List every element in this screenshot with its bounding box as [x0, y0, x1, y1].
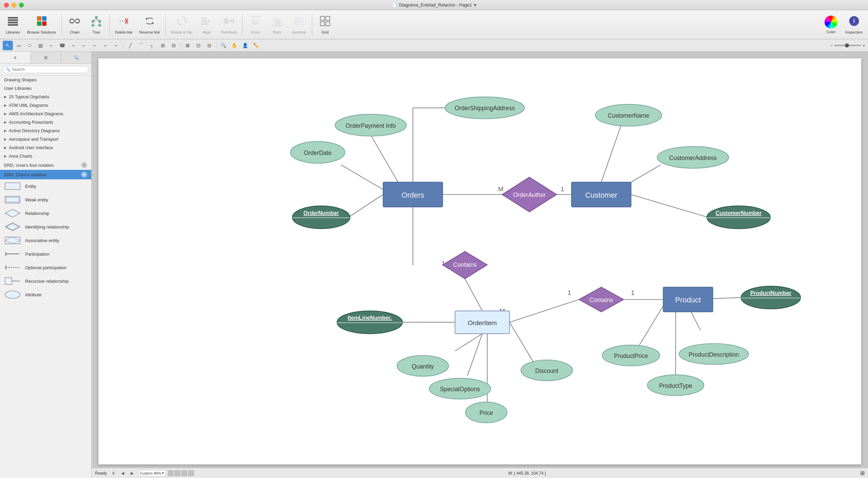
zoom-out-button[interactable]: −	[830, 43, 833, 48]
sidebar-item-android[interactable]: ▶ Android User Interface	[0, 143, 91, 152]
grid-view-tab[interactable]: ⊞	[31, 52, 61, 63]
attribute-shape[interactable]: Attribute	[0, 288, 91, 301]
pan-tool[interactable]: ✋	[229, 41, 239, 50]
rotate-flip-button[interactable]: Rotate & Flip	[168, 13, 195, 37]
entity-shape[interactable]: Entity	[0, 179, 91, 193]
resize-tool[interactable]: ⊡	[193, 41, 204, 50]
participation-shape[interactable]: Participation	[0, 247, 91, 261]
search-input[interactable]	[12, 67, 86, 72]
reverse-link-button[interactable]: Reverse link	[136, 13, 163, 37]
libraries-button[interactable]: Libraries	[3, 13, 23, 37]
erd-crows-library[interactable]: ERD, crow's foot notation ✕	[0, 160, 91, 170]
chain-button[interactable]: Chain	[64, 13, 85, 37]
recursive-rel-shape[interactable]: Recursive relationship	[0, 274, 91, 288]
distribute-button[interactable]: Distribute	[218, 13, 239, 37]
itemlinenumber-node[interactable]	[337, 311, 402, 334]
sidebar-item-orgcharts[interactable]: ▶ 25 Typical Orgcharts	[0, 93, 91, 101]
identical-button[interactable]: Identical	[289, 13, 309, 37]
line-tool-1[interactable]: ╱	[125, 41, 135, 50]
crop-tool[interactable]: ⊠	[183, 41, 193, 50]
aws-label: AWS Architecture Diagrams	[9, 111, 63, 116]
svg-text:1: 1	[631, 289, 635, 296]
connector-tool-6[interactable]: ⌐	[111, 41, 121, 50]
erd-crows-close[interactable]: ✕	[81, 162, 87, 168]
erd-chens-close[interactable]: ✕	[81, 172, 87, 178]
zoom-in-button[interactable]: +	[863, 43, 865, 48]
zoom-fit-tool[interactable]: 🔍	[218, 41, 228, 50]
page-btn-4[interactable]	[188, 470, 194, 476]
connector-tool-5[interactable]: ⌐	[100, 41, 111, 50]
zoom-controls: − +	[830, 43, 865, 48]
identical-icon	[293, 15, 305, 29]
next-page[interactable]: ▶	[129, 470, 136, 477]
close-button[interactable]	[4, 3, 9, 7]
ordernumber-node[interactable]	[293, 206, 350, 228]
browse-solutions-button[interactable]: Browse Solutions	[24, 13, 59, 37]
chain-icon	[69, 15, 81, 29]
line-tool-3[interactable]: ┐	[147, 41, 157, 50]
delete-link-button[interactable]: Delete link	[112, 13, 135, 37]
fit-icon[interactable]: ⊞	[860, 470, 865, 476]
sidebar-item-active-directory[interactable]: ▶ Active Directory Diagrams	[0, 126, 91, 135]
front-button[interactable]: Front	[245, 13, 266, 37]
grid-button[interactable]: Grid	[315, 13, 335, 37]
svg-text:Price: Price	[479, 410, 493, 416]
zoom-slider[interactable]	[834, 45, 861, 46]
line-tool-2[interactable]: ⌒	[136, 41, 146, 50]
maximize-button[interactable]	[19, 3, 24, 7]
select-tool[interactable]: ↖	[3, 41, 13, 50]
assoc-entity-shape[interactable]: Associative entity	[0, 234, 91, 247]
prev-page[interactable]: ◀	[119, 470, 127, 477]
sidebar-item-aerospace[interactable]: ▶ Aerospace and Transport	[0, 135, 91, 143]
search-tab[interactable]: 🔍	[61, 52, 91, 63]
rect-tool[interactable]: ▭	[14, 41, 24, 50]
sidebar-item-drawing-shapes[interactable]: Drawing Shapes	[0, 76, 91, 84]
sidebar-item-atm-uml[interactable]: ▶ ATM UML Diagrams	[0, 101, 91, 109]
connector-tool-3[interactable]: ⌐	[79, 41, 89, 50]
sidebar-item-user-libraries[interactable]: User Libraries	[0, 84, 91, 93]
pause-button[interactable]: ⏸	[110, 470, 117, 477]
canvas-area[interactable]: M 1 1 M 1 1 Orders Customer Product	[92, 52, 868, 478]
customernumber-node[interactable]	[707, 206, 770, 228]
list-view-tab[interactable]: ≡	[0, 52, 31, 63]
resize-tool-2[interactable]: ⊟	[204, 41, 214, 50]
svg-text:OrderShippingAddress: OrderShippingAddress	[455, 105, 515, 112]
svg-text:ItemLineNumber.: ItemLineNumber.	[348, 315, 392, 321]
user-tool[interactable]: 👤	[240, 41, 250, 50]
diagram-canvas[interactable]: M 1 1 M 1 1 Orders Customer Product	[98, 58, 861, 464]
align-button[interactable]: Align	[196, 13, 217, 37]
phone-tool[interactable]: ☎	[57, 41, 67, 50]
page-btn-1[interactable]	[168, 470, 174, 476]
back-label: Back	[273, 30, 281, 34]
productnumber-node[interactable]	[741, 286, 800, 309]
optional-participation-shape[interactable]: Optional participation	[0, 261, 91, 274]
connector-tool-1[interactable]: ⌐	[46, 41, 56, 50]
relationship-shape[interactable]: Relationship	[0, 206, 91, 220]
svg-text:Contains: Contains	[453, 261, 477, 268]
erd-chens-library[interactable]: ERD, Chen's notation ✕	[0, 170, 91, 179]
zoom-selector[interactable]: Custom 49% ▾	[138, 470, 166, 476]
page-btn-2[interactable]	[174, 470, 181, 476]
area-charts-arrow: ▶	[4, 154, 7, 158]
sidebar-item-accounting[interactable]: ▶ Accounting Flowcharts	[0, 118, 91, 126]
sidebar-item-aws[interactable]: ▶ AWS Architecture Diagrams	[0, 109, 91, 118]
vert-split-tool[interactable]: ⊞	[158, 41, 168, 50]
zoom-value: Custom 49%	[140, 471, 161, 475]
back-button[interactable]: Back	[267, 13, 287, 37]
connector-tool-2[interactable]: ⌐	[68, 41, 78, 50]
sidebar-item-area-charts[interactable]: ▶ Area Charts	[0, 152, 91, 160]
minimize-button[interactable]	[12, 3, 16, 7]
connector-tool-4[interactable]: ⌐	[90, 41, 100, 50]
page-btn-3[interactable]	[181, 470, 187, 476]
text-box-tool[interactable]: ▤	[35, 41, 45, 50]
weak-entity-shape[interactable]: Weak entity	[0, 193, 91, 206]
pen-tool[interactable]: ✏️	[251, 41, 261, 50]
rotate-flip-icon	[176, 15, 188, 29]
ellipse-tool[interactable]: ⬭	[24, 41, 35, 50]
identifying-rel-shape[interactable]: Identifying relationship	[0, 220, 91, 234]
delete-link-icon	[118, 15, 130, 29]
color-button[interactable]: Color	[821, 13, 841, 37]
tree-button[interactable]: Tree	[86, 13, 107, 37]
horiz-split-tool[interactable]: ⊟	[169, 41, 179, 50]
inspectors-button[interactable]: i Inspectors	[843, 13, 865, 37]
